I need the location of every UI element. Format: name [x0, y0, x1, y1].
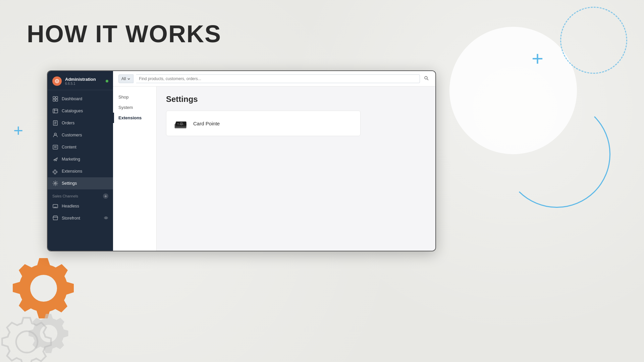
- sidebar-item-extensions-label: Extensions: [62, 169, 82, 174]
- headless-icon: [52, 203, 58, 209]
- sidebar-item-storefront-label: Storefront: [62, 216, 80, 221]
- sidebar-nav: Dashboard Catalogues: [48, 90, 113, 245]
- subnav-shop[interactable]: Shop: [113, 92, 156, 102]
- page-content: Settings: [157, 86, 435, 251]
- svg-rect-4: [53, 99, 55, 101]
- sidebar-item-dashboard[interactable]: Dashboard: [48, 93, 113, 105]
- sidebar-item-extensions[interactable]: Extensions: [48, 165, 113, 177]
- app-name: Administration: [65, 77, 96, 82]
- extensions-icon: [52, 168, 58, 174]
- deco-plus-right: +: [532, 47, 543, 70]
- sidebar-item-customers-label: Customers: [62, 133, 82, 137]
- svg-point-18: [55, 183, 56, 184]
- sidebar-item-catalogues[interactable]: Catalogues: [48, 105, 113, 117]
- svg-point-1: [56, 80, 58, 82]
- search-filter-dropdown[interactable]: All: [118, 74, 133, 83]
- page-title: Settings: [166, 95, 426, 104]
- svg-rect-3: [56, 97, 58, 99]
- settings-icon: [52, 180, 58, 186]
- svg-rect-6: [53, 109, 58, 113]
- sidebar-item-catalogues-label: Catalogues: [62, 109, 83, 113]
- svg-point-13: [54, 133, 56, 135]
- page-heading: HOW IT WORKS: [27, 20, 221, 48]
- subnav-system[interactable]: System: [113, 102, 156, 113]
- storefront-icon: [52, 215, 58, 221]
- sidebar-item-dashboard-label: Dashboard: [62, 97, 82, 101]
- search-filter-label: All: [121, 76, 126, 81]
- card-pointe-name: Card Pointe: [193, 121, 220, 126]
- sidebar-item-content[interactable]: Content: [48, 141, 113, 153]
- deco-gear-gray-large: [0, 315, 54, 362]
- marketing-icon: [52, 156, 58, 162]
- chevron-down-icon: [127, 77, 130, 80]
- svg-rect-14: [53, 145, 58, 149]
- subnav-extensions[interactable]: Extensions: [113, 113, 156, 123]
- svg-rect-5: [56, 99, 58, 101]
- svg-rect-2: [53, 97, 55, 99]
- sidebar-item-headless[interactable]: Headless: [48, 200, 113, 212]
- orders-icon: [52, 120, 58, 126]
- main-area: All Shop System: [113, 71, 435, 251]
- add-sales-channel-button[interactable]: +: [103, 193, 108, 199]
- browser-window: Administration 6.6.5.1 Dashboard: [47, 70, 436, 251]
- app-logo: [52, 76, 62, 86]
- deco-arc: [503, 101, 610, 208]
- svg-line-24: [427, 79, 429, 80]
- svg-point-23: [425, 76, 427, 79]
- search-input[interactable]: [136, 74, 420, 83]
- sidebar-item-storefront[interactable]: Storefront: [48, 212, 113, 224]
- sidebar-item-settings-label: Settings: [62, 181, 77, 186]
- sidebar-item-headless-label: Headless: [62, 204, 79, 208]
- sidebar-item-marketing-label: Marketing: [62, 157, 80, 162]
- catalogues-icon: [52, 108, 58, 114]
- card-pointe-card[interactable]: Card Pointe: [166, 111, 361, 136]
- dashboard-icon: [52, 96, 58, 102]
- status-dot: [106, 80, 108, 82]
- content-area: Shop System Extensions Settings: [113, 86, 435, 251]
- sidebar: Administration 6.6.5.1 Dashboard: [48, 71, 113, 251]
- customers-icon: [52, 132, 58, 138]
- deco-plus-left: +: [13, 121, 23, 140]
- eye-icon: [104, 216, 108, 221]
- search-button[interactable]: [423, 76, 430, 81]
- content-icon: [52, 144, 58, 150]
- sales-channels-section: Sales Channels +: [48, 189, 113, 200]
- svg-point-22: [106, 217, 107, 218]
- sidebar-item-orders-label: Orders: [62, 121, 74, 125]
- sidebar-item-marketing[interactable]: Marketing: [48, 153, 113, 165]
- svg-point-31: [181, 123, 182, 124]
- search-icon: [424, 76, 429, 80]
- sidebar-item-customers[interactable]: Customers: [48, 129, 113, 141]
- deco-dashed-circle: [560, 7, 627, 74]
- card-pointe-icon: [173, 117, 189, 130]
- sidebar-header: Administration 6.6.5.1: [48, 71, 113, 90]
- sidebar-item-content-label: Content: [62, 145, 76, 149]
- app-version: 6.6.5.1: [65, 82, 96, 85]
- settings-subnav: Shop System Extensions: [113, 86, 157, 251]
- sidebar-item-settings[interactable]: Settings: [48, 177, 113, 189]
- topbar: All: [113, 71, 435, 86]
- sidebar-item-orders[interactable]: Orders: [48, 117, 113, 129]
